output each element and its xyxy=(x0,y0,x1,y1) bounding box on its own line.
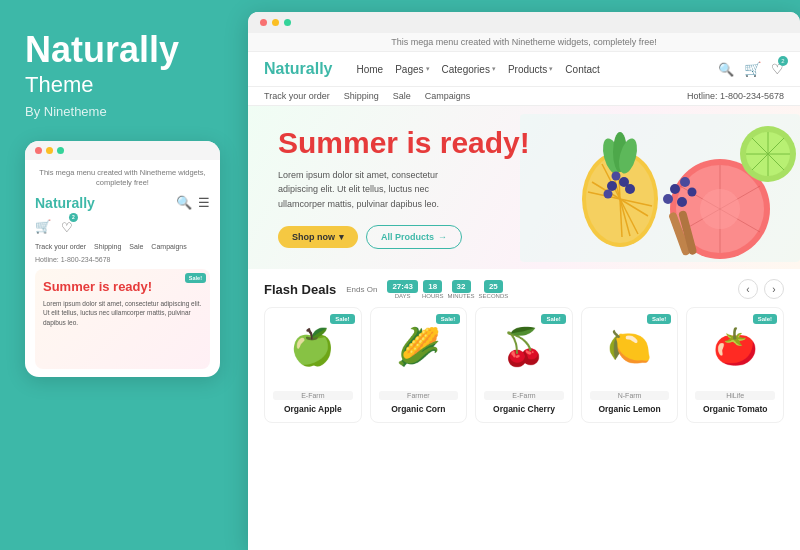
timer-minutes-value: 32 xyxy=(452,280,471,293)
mobile-nav: Naturally 🔍 ☰ xyxy=(35,195,210,211)
shop-now-label: Shop now xyxy=(292,232,335,242)
browser-dot-red xyxy=(260,19,267,26)
tomato-farm: HiLife xyxy=(695,391,775,400)
hero-title: Summer is ready! xyxy=(278,126,770,160)
cherry-farm: E-Farm xyxy=(484,391,564,400)
dot-red xyxy=(35,147,42,154)
desktop-logo: Naturally xyxy=(264,60,332,78)
corn-image: 🌽 xyxy=(379,316,459,378)
browser-dot-green xyxy=(284,19,291,26)
mobile-hero-text: Lorem ipsum dolor sit amet, consectetur … xyxy=(43,299,202,328)
browser-header xyxy=(248,12,800,33)
pages-dropdown-icon: ▾ xyxy=(426,65,430,73)
flash-next-button[interactable]: › xyxy=(764,279,784,299)
nav-categories[interactable]: Categories▾ xyxy=(442,64,496,75)
timer-hours-value: 18 xyxy=(423,280,442,293)
tomato-sale-badge: Sale! xyxy=(753,314,777,324)
subnav-hotline: Hotline: 1-800-234-5678 xyxy=(687,91,784,101)
corn-farm: Farmer xyxy=(379,391,459,400)
right-panel: This mega menu created with Ninetheme wi… xyxy=(240,0,800,550)
mobile-wishlist-badge: 2 xyxy=(69,213,78,222)
hero-section: Summer is ready! Lorem ipsum dolor sit a… xyxy=(248,106,800,269)
products-row: Sale! 🍏 E-Farm Organic Apple Sale! 🌽 Far… xyxy=(264,307,784,423)
mobile-sale-badge: Sale! xyxy=(185,273,206,283)
apple-image: 🍏 xyxy=(273,316,353,378)
shop-now-button[interactable]: Shop now ▾ xyxy=(278,226,358,248)
mobile-logo: Naturally xyxy=(35,195,95,211)
flash-ends-label: Ends On xyxy=(346,285,377,294)
lemon-name: Organic Lemon xyxy=(590,404,670,414)
apple-name: Organic Apple xyxy=(273,404,353,414)
left-panel: Naturally Theme By Ninetheme This mega m… xyxy=(0,0,240,550)
nav-contact[interactable]: Contact xyxy=(565,64,599,75)
timer-days-label: DAYS xyxy=(395,293,411,299)
nav-items: Home Pages▾ Categories▾ Products▾ Contac… xyxy=(356,64,704,75)
cherry-name: Organic Cherry xyxy=(484,404,564,414)
mobile-search-icon[interactable]: 🔍 xyxy=(176,195,192,210)
mobile-link-sale[interactable]: Sale xyxy=(129,243,143,250)
mobile-hero: Summer is ready! Lorem ipsum dolor sit a… xyxy=(35,269,210,369)
subnav-left: Track your order Shipping Sale Campaigns xyxy=(264,91,470,101)
mobile-menu-icon[interactable]: ☰ xyxy=(198,195,210,210)
browser-window: This mega menu created with Ninetheme wi… xyxy=(248,12,800,550)
desktop-wishlist-wrap: ♡ 2 xyxy=(771,60,784,78)
mobile-link-track[interactable]: Track your order xyxy=(35,243,86,250)
mobile-cart-area: 🛒 ♡ 2 xyxy=(35,218,210,236)
mobile-nav-icons: 🔍 ☰ xyxy=(176,195,210,210)
product-card-lemon[interactable]: Sale! 🍋 N-Farm Organic Lemon xyxy=(581,307,679,423)
lemon-sale-badge: Sale! xyxy=(647,314,671,324)
product-card-cherry[interactable]: Sale! 🍒 E-Farm Organic Cherry xyxy=(475,307,573,423)
mobile-wishlist-wrap: ♡ 2 xyxy=(61,218,73,236)
hero-content: Summer is ready! Lorem ipsum dolor sit a… xyxy=(278,126,770,249)
flash-prev-button[interactable]: ‹ xyxy=(738,279,758,299)
desktop-notice: This mega menu created with Ninetheme wi… xyxy=(248,33,800,52)
lemon-image: 🍋 xyxy=(590,316,670,378)
all-products-label: All Products xyxy=(381,232,434,242)
mobile-hero-title: Summer is ready! xyxy=(43,279,202,294)
all-products-button[interactable]: All Products → xyxy=(366,225,462,249)
subnav-campaigns[interactable]: Campaigns xyxy=(425,91,471,101)
mobile-wishlist-icon[interactable]: ♡ xyxy=(61,220,73,235)
mobile-card-dots xyxy=(25,141,220,160)
timer-minutes: 32 MINUTES xyxy=(448,280,475,299)
nav-pages[interactable]: Pages▾ xyxy=(395,64,429,75)
subnav-track[interactable]: Track your order xyxy=(264,91,330,101)
cherry-sale-badge: Sale! xyxy=(541,314,565,324)
mobile-hotline: Hotline: 1-800-234-5678 xyxy=(35,256,210,263)
mobile-cart-icon[interactable]: 🛒 xyxy=(35,219,51,234)
desktop-nav: Naturally Home Pages▾ Categories▾ Produc… xyxy=(248,52,800,87)
theme-author: By Ninetheme xyxy=(25,104,220,119)
desktop-wishlist-badge: 2 xyxy=(778,56,788,66)
dot-green xyxy=(57,147,64,154)
desktop-subnav: Track your order Shipping Sale Campaigns… xyxy=(248,87,800,106)
subnav-sale[interactable]: Sale xyxy=(393,91,411,101)
corn-sale-badge: Sale! xyxy=(436,314,460,324)
desktop-search-icon[interactable]: 🔍 xyxy=(718,62,734,77)
mobile-preview-card: This mega menu created with Ninetheme wi… xyxy=(25,141,220,377)
categories-dropdown-icon: ▾ xyxy=(492,65,496,73)
product-card-tomato[interactable]: Sale! 🍅 HiLife Organic Tomato xyxy=(686,307,784,423)
mobile-link-campaigns[interactable]: Campaigns xyxy=(151,243,186,250)
apple-sale-badge: Sale! xyxy=(330,314,354,324)
flash-section: Flash Deals Ends On 27:43 DAYS 18 HOURS … xyxy=(248,269,800,550)
browser-dot-yellow xyxy=(272,19,279,26)
timer-seconds-value: 25 xyxy=(484,280,503,293)
products-dropdown-icon: ▾ xyxy=(549,65,553,73)
subnav-shipping[interactable]: Shipping xyxy=(344,91,379,101)
nav-home[interactable]: Home xyxy=(356,64,383,75)
product-card-apple[interactable]: Sale! 🍏 E-Farm Organic Apple xyxy=(264,307,362,423)
desktop-cart-icon[interactable]: 🛒 xyxy=(744,61,761,77)
tomato-name: Organic Tomato xyxy=(695,404,775,414)
flash-timer: 27:43 DAYS 18 HOURS 32 MINUTES 25 SECOND… xyxy=(387,280,508,299)
nav-products[interactable]: Products▾ xyxy=(508,64,553,75)
flash-header: Flash Deals Ends On 27:43 DAYS 18 HOURS … xyxy=(264,279,784,299)
theme-title: Naturally Theme By Ninetheme xyxy=(25,30,220,119)
mobile-link-shipping[interactable]: Shipping xyxy=(94,243,121,250)
timer-days: 27:43 DAYS xyxy=(387,280,417,299)
mobile-notice: This mega menu created with Ninetheme wi… xyxy=(35,168,210,189)
hero-buttons: Shop now ▾ All Products → xyxy=(278,225,770,249)
product-card-corn[interactable]: Sale! 🌽 Farmer Organic Corn xyxy=(370,307,468,423)
mobile-card-body: This mega menu created with Ninetheme wi… xyxy=(25,160,220,377)
theme-name: Naturally xyxy=(25,30,220,70)
timer-hours: 18 HOURS xyxy=(422,280,444,299)
